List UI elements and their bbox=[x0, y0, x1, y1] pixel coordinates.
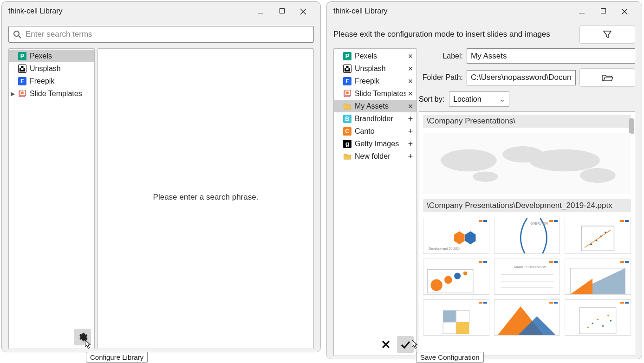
slide-thumbnail[interactable] bbox=[565, 259, 631, 295]
add-icon[interactable]: + bbox=[406, 140, 415, 148]
slide-thumbnail[interactable]: OVERVIEW bbox=[494, 218, 560, 254]
svg-point-39 bbox=[597, 319, 598, 320]
svg-marker-10 bbox=[465, 231, 476, 244]
config-info-message: Please exit the configuration mode to in… bbox=[333, 30, 574, 39]
freepik-icon: F bbox=[343, 77, 351, 85]
slide-thumbnail[interactable] bbox=[423, 259, 489, 295]
svg-point-0 bbox=[14, 31, 19, 36]
src-brandfolder[interactable]: B Brandfolder + bbox=[334, 112, 416, 125]
remove-icon[interactable]: × bbox=[406, 52, 415, 60]
svg-point-38 bbox=[592, 323, 593, 324]
scrollbar-thumb[interactable] bbox=[629, 118, 634, 134]
tree-item-pexels[interactable]: P Pexels bbox=[9, 50, 94, 62]
unsplash-icon bbox=[18, 65, 26, 73]
titlebar[interactable]: think-cell Library bbox=[327, 2, 642, 20]
chevron-right-icon: ▶ bbox=[11, 91, 15, 97]
open-folder-icon bbox=[602, 73, 613, 82]
getty-icon: g bbox=[343, 140, 351, 148]
src-slide-templates[interactable]: Slide Templates × bbox=[334, 87, 416, 100]
src-unsplash[interactable]: Unsplash × bbox=[334, 62, 416, 75]
results-pane[interactable]: \Company Presentations\ \Company Present… bbox=[419, 111, 635, 356]
svg-point-42 bbox=[610, 320, 611, 321]
sources-list: P Pexels × Unsplash × F Freepik × bbox=[333, 48, 417, 356]
titlebar[interactable]: think-cell Library bbox=[2, 2, 320, 20]
folder-icon bbox=[343, 152, 351, 161]
freepik-icon: F bbox=[18, 77, 26, 85]
sort-by-label: Sort by: bbox=[419, 95, 444, 104]
src-my-assets[interactable]: My Assets × bbox=[334, 100, 416, 112]
filter-icon bbox=[603, 30, 612, 39]
window-maximize-button[interactable] bbox=[592, 7, 614, 15]
label-input[interactable] bbox=[467, 48, 635, 64]
remove-icon[interactable]: × bbox=[406, 102, 415, 110]
filter-button[interactable] bbox=[579, 25, 635, 44]
svg-point-21 bbox=[454, 273, 461, 279]
svg-text:OVERVIEW: OVERVIEW bbox=[530, 222, 548, 225]
src-pexels[interactable]: P Pexels × bbox=[334, 50, 416, 62]
slide-thumbnail[interactable]: Development 20 2024 bbox=[423, 218, 489, 254]
svg-point-41 bbox=[607, 315, 609, 316]
window-close-button[interactable] bbox=[293, 6, 314, 16]
slide-thumbnail[interactable] bbox=[494, 299, 560, 336]
svg-point-40 bbox=[602, 325, 604, 327]
slide-thumbnail[interactable]: MARKET OVERVIEW bbox=[494, 259, 560, 295]
label-field-label: Label: bbox=[419, 52, 463, 60]
group-header: \Company Presentations\ bbox=[423, 115, 631, 128]
remove-icon[interactable]: × bbox=[406, 77, 415, 85]
tree-item-freepik[interactable]: F Freepik bbox=[9, 75, 94, 87]
sort-by-select[interactable]: Location ⌄ bbox=[449, 91, 509, 107]
browse-button[interactable] bbox=[579, 68, 635, 87]
svg-marker-29 bbox=[571, 279, 593, 294]
folder-path-label: Folder Path: bbox=[419, 73, 463, 82]
src-canto[interactable]: C Canto + bbox=[334, 125, 416, 137]
svg-point-37 bbox=[587, 326, 589, 328]
svg-rect-32 bbox=[443, 322, 456, 334]
library-window-default: think-cell Library P Pexels Unsplash bbox=[1, 1, 321, 352]
window-minimize-button[interactable] bbox=[250, 7, 271, 15]
window-minimize-button[interactable] bbox=[571, 7, 592, 15]
src-getty[interactable]: g Getty Images + bbox=[334, 137, 416, 150]
slide-thumbnail[interactable] bbox=[565, 299, 631, 336]
source-tree: P Pexels Unsplash F Freepik ▶ bbox=[8, 48, 95, 349]
svg-rect-31 bbox=[456, 311, 469, 322]
tree-item-slide-templates[interactable]: ▶ Slide Templates bbox=[9, 87, 94, 100]
tree-item-unsplash[interactable]: Unsplash bbox=[9, 62, 94, 75]
svg-point-19 bbox=[430, 279, 442, 291]
empty-search-message: Please enter a search phrase. bbox=[98, 49, 313, 346]
svg-text:MARKET OVERVIEW: MARKET OVERVIEW bbox=[514, 266, 546, 269]
svg-marker-9 bbox=[454, 231, 465, 244]
svg-text:Development 20 2024: Development 20 2024 bbox=[429, 247, 461, 251]
slide-template-icon bbox=[18, 90, 26, 98]
close-icon bbox=[381, 339, 391, 350]
add-icon[interactable]: + bbox=[406, 152, 415, 161]
svg-point-8 bbox=[346, 91, 349, 94]
remove-icon[interactable]: × bbox=[406, 65, 415, 73]
cancel-config-button[interactable] bbox=[377, 336, 394, 353]
add-icon[interactable]: + bbox=[406, 115, 415, 123]
window-close-button[interactable] bbox=[614, 6, 635, 16]
window-title: think-cell Library bbox=[8, 7, 250, 15]
slide-thumbnail[interactable] bbox=[423, 299, 489, 336]
search-input[interactable] bbox=[22, 30, 310, 39]
brandfolder-icon: B bbox=[343, 115, 351, 123]
slide-template-icon bbox=[343, 90, 351, 98]
config-content: Label: Folder Path: Sort by: Location ⌄ bbox=[419, 48, 635, 356]
library-window-config: think-cell Library Please exit the confi… bbox=[326, 1, 642, 359]
check-icon bbox=[400, 339, 410, 350]
cursor-icon bbox=[83, 339, 93, 351]
src-freepik[interactable]: F Freepik × bbox=[334, 75, 416, 87]
slide-thumbnail[interactable] bbox=[565, 218, 631, 254]
search-icon bbox=[13, 30, 22, 39]
src-new-folder[interactable]: New folder + bbox=[334, 150, 416, 162]
content-pane: Please enter a search phrase. bbox=[98, 48, 314, 349]
pexels-icon: P bbox=[343, 52, 351, 60]
svg-point-20 bbox=[444, 276, 452, 284]
remove-icon[interactable]: × bbox=[406, 90, 415, 98]
window-maximize-button[interactable] bbox=[271, 7, 293, 15]
unsplash-icon bbox=[343, 65, 351, 73]
folder-path-input[interactable] bbox=[467, 70, 576, 85]
svg-point-22 bbox=[463, 272, 467, 275]
search-field[interactable] bbox=[8, 26, 314, 43]
thumbnail-world-map[interactable] bbox=[423, 133, 631, 194]
add-icon[interactable]: + bbox=[406, 127, 415, 136]
